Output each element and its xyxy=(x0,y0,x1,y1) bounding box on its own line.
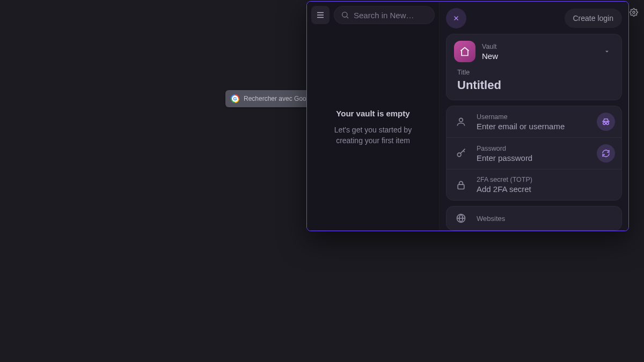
create-login-button[interactable]: Create login xyxy=(565,9,623,28)
totp-placeholder: Add 2FA secret xyxy=(477,184,615,194)
username-label: Username xyxy=(477,113,589,121)
username-placeholder: Enter email or username xyxy=(477,122,589,131)
svg-line-5 xyxy=(347,17,348,18)
google-icon xyxy=(231,94,239,103)
totp-field[interactable]: 2FA secret (TOTP) Add 2FA secret xyxy=(447,169,621,200)
password-label: Password xyxy=(477,145,589,152)
close-button[interactable] xyxy=(446,8,466,28)
title-value: Untitled xyxy=(457,78,611,92)
create-login-label: Create login xyxy=(573,14,614,23)
empty-sub-line1: Let's get you started by xyxy=(334,124,412,135)
websites-label: Websites xyxy=(477,215,505,223)
empty-vault-state: Your vault is empty Let's get you starte… xyxy=(307,28,439,231)
password-manager-panel: Search in New… Your vault is empty Let's… xyxy=(306,1,629,231)
panel-left-column: Search in New… Your vault is empty Let's… xyxy=(307,2,440,231)
username-field[interactable]: Username Enter email or username xyxy=(447,106,621,137)
svg-point-9 xyxy=(603,122,606,125)
vault-label: Vault xyxy=(482,43,603,50)
menu-button[interactable] xyxy=(311,6,330,24)
vault-name: New xyxy=(482,51,603,61)
credentials-card: Username Enter email or username Passwor… xyxy=(446,106,622,201)
empty-title: Your vault is empty xyxy=(336,109,409,118)
generate-alias-button[interactable] xyxy=(597,113,615,131)
panel-right-column: Create login Vault New Title Untitled xyxy=(440,2,628,231)
title-label: Title xyxy=(457,69,611,76)
vault-dropdown-chevron xyxy=(603,48,611,55)
house-icon xyxy=(459,46,470,57)
globe-icon xyxy=(456,213,466,224)
lock-icon xyxy=(456,180,466,190)
vault-selector[interactable]: Vault New xyxy=(450,36,618,62)
generate-password-button[interactable] xyxy=(597,144,615,162)
hamburger-icon xyxy=(316,10,325,20)
websites-card[interactable]: Websites xyxy=(446,206,622,231)
password-field[interactable]: Password Enter password xyxy=(447,137,621,169)
title-field[interactable]: Title Untitled xyxy=(450,62,618,92)
password-placeholder: Enter password xyxy=(477,153,589,162)
search-icon xyxy=(341,11,349,19)
vault-search-input[interactable]: Search in New… xyxy=(334,6,435,24)
refresh-icon xyxy=(602,149,610,158)
user-icon xyxy=(456,116,466,127)
svg-point-8 xyxy=(459,118,463,122)
vault-title-card: Vault New Title Untitled xyxy=(446,34,622,100)
svg-rect-12 xyxy=(458,184,464,189)
incognito-icon xyxy=(601,117,611,127)
svg-point-4 xyxy=(342,12,347,17)
vault-icon-badge xyxy=(454,41,475,62)
totp-label: 2FA secret (TOTP) xyxy=(477,176,615,183)
svg-point-10 xyxy=(606,122,609,125)
close-icon xyxy=(452,14,460,22)
empty-sub-line2: creating your first item xyxy=(334,135,412,146)
vault-search-placeholder: Search in New… xyxy=(354,11,414,20)
chevron-down-icon xyxy=(603,48,611,55)
key-icon xyxy=(456,148,466,159)
